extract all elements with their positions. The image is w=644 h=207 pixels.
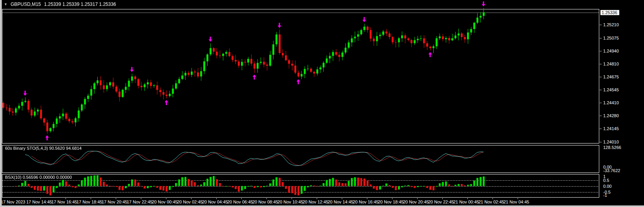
time-axis-label: 20 Nov 06:45 (227, 200, 253, 204)
time-axis-label: 20 Nov 04:45 (202, 200, 228, 204)
price-axis-label: 1.24810 (603, 62, 619, 66)
time-axis-label: 20 Nov 20:45 (403, 200, 429, 204)
window-edge-bottom[interactable] (0, 205, 644, 207)
stochastic-indicator-label: 60s Binary STO(5,4,3) 90.5620 94.6814 (5, 146, 82, 151)
indicator-axis-label: 0.5 (603, 178, 609, 183)
time-tick (191, 198, 192, 199)
price-axis-label: 1.24940 (603, 49, 619, 53)
time-tick (342, 198, 342, 199)
time-tick (141, 198, 141, 199)
price-axis-label: 1.24675 (603, 74, 619, 79)
time-tick (467, 198, 468, 199)
price-tick (600, 38, 602, 38)
stochastic-indicator-name: 60s Binary STO(5,4,3) (5, 146, 48, 151)
indicator-axis-label: 0.00 (603, 184, 611, 189)
indicator-axis-label: 128.5266 (603, 145, 621, 150)
price-axis-label: 1.24410 (603, 100, 619, 105)
time-axis-label: 17 Nov 22:45 (127, 200, 152, 204)
time-axis-label: 20 Nov 10:45 (277, 200, 303, 204)
time-tick (367, 198, 367, 199)
window-edge-left[interactable] (0, 0, 2, 207)
histogram-panel-canvas[interactable] (2, 174, 599, 198)
time-tick (66, 198, 66, 199)
time-tick (317, 198, 317, 199)
indicator-axis-label: -33.7622 (603, 168, 620, 173)
price-tick (600, 77, 602, 77)
trading-terminal: ▼ GBPUSD,M15 1.25339 1.25339 1.25317 1.2… (0, 0, 644, 207)
time-axis-label: 20 Nov 12:45 (303, 200, 328, 204)
time-tick (40, 198, 41, 199)
price-tick (600, 25, 602, 25)
time-tick (241, 198, 242, 199)
price-axis-label: 1.24545 (603, 87, 619, 92)
time-tick (116, 198, 116, 199)
candlestick-chart-canvas[interactable] (2, 0, 599, 143)
time-tick (166, 198, 166, 199)
stochastic-panel-canvas[interactable] (2, 145, 599, 173)
time-tick (266, 198, 267, 199)
time-axis-label: 20 Nov 14:45 (328, 200, 353, 204)
price-tick (600, 64, 602, 64)
time-axis-label: 20 Nov 22:45 (428, 200, 454, 204)
time-axis-label: 17 Nov 16:45 (51, 200, 77, 204)
price-tick (600, 116, 602, 116)
time-axis-label: 21 Nov 00:45 (453, 200, 479, 204)
time-tick (292, 198, 292, 199)
price-tick (600, 51, 602, 51)
time-axis-label: 17 Nov 20:45 (102, 200, 127, 204)
price-axis-label: 1.24145 (603, 126, 619, 131)
time-axis-label: 20 Nov 18:45 (378, 200, 403, 204)
time-tick (91, 198, 91, 199)
price-axis-label: 1.24010 (603, 140, 619, 144)
ohlc-quote-label: 1.25339 1.25339 1.25317 1.25336 (44, 2, 116, 7)
price-tick (600, 142, 602, 142)
time-axis-label: 20 Nov 02:45 (177, 200, 203, 204)
time-axis-label: 17 Nov 2023 (1, 200, 25, 204)
bsx-indicator-label: BSX(10) 0.56596 0.00000 0.00000 (5, 175, 72, 180)
time-tick (442, 198, 443, 199)
time-axis-label: 20 Nov 08:45 (252, 200, 278, 204)
time-tick (493, 198, 493, 199)
indicator-axis-label: -1 (603, 193, 607, 198)
price-axis-label: 1.24280 (603, 113, 619, 118)
time-tick (417, 198, 418, 199)
price-axis-label: 1.25210 (603, 22, 619, 27)
time-tick (518, 198, 518, 199)
chart-collapse-icon[interactable]: ▼ (4, 2, 7, 6)
time-tick (216, 198, 217, 199)
time-axis-label: 20 Nov 00:45 (152, 200, 177, 204)
current-price-tag: 1.25336 (600, 10, 619, 15)
time-axis-label: 20 Nov 16:45 (353, 200, 378, 204)
price-tick (600, 103, 602, 103)
time-axis-label: 21 Nov 02:45 (478, 200, 504, 204)
symbol-timeframe-label: GBPUSD,M15 (11, 2, 41, 7)
time-axis-label: 17 Nov 14:45 (26, 200, 52, 204)
stochastic-indicator-values: 90.5620 94.6814 (49, 146, 82, 151)
time-axis-label: 17 Nov 18:45 (77, 200, 102, 204)
time-axis-label: 21 Nov 04:45 (504, 200, 529, 204)
time-axis[interactable]: 17 Nov 202317 Nov 14:4517 Nov 16:4517 No… (0, 198, 644, 205)
price-tick (600, 129, 602, 129)
price-axis-label: 1.25075 (603, 36, 619, 40)
time-tick (392, 198, 392, 199)
bsx-indicator-values: 0.56596 0.00000 0.00000 (23, 175, 72, 180)
chart-header: ▼ GBPUSD,M15 1.25339 1.25339 1.25317 1.2… (4, 2, 116, 7)
bsx-indicator-name: BSX(10) (5, 175, 22, 180)
price-tick (600, 90, 602, 90)
